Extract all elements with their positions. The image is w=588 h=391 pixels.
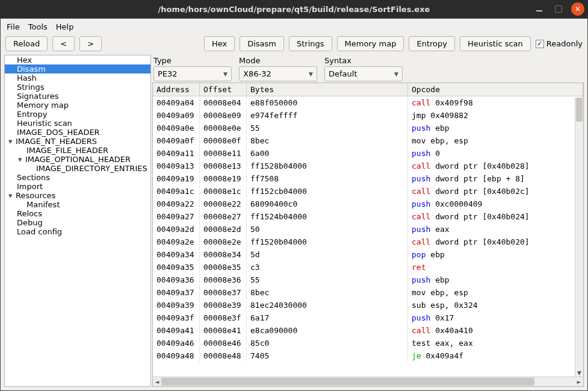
readonly-checkbox-wrap[interactable]: ✓ Readonly	[536, 39, 583, 48]
vertical-scrollbar[interactable]: ▲ ▼	[575, 98, 583, 377]
table-row[interactable]: 00409a4100008e41e8ca090000call 0x40a410	[153, 324, 583, 337]
close-button[interactable]	[571, 2, 584, 16]
sidebar-item[interactable]: Hash	[5, 74, 150, 83]
table-row[interactable]: 00409a3f00008e3f6a17push 0x17	[153, 311, 583, 324]
sidebar-item[interactable]: Disasm	[5, 64, 150, 74]
forward-button[interactable]: >	[79, 36, 102, 51]
operands: ebp, esp	[426, 136, 468, 145]
mode-combo[interactable]: X86-32 ▼	[239, 66, 317, 81]
operands: 0x40a410	[430, 326, 472, 335]
hscroll-thumb[interactable]	[161, 378, 534, 386]
table-row[interactable]: 00409a2200008e2268090400c0push 0xc000040…	[153, 198, 583, 210]
table-row[interactable]: 00409a0e00008e0e55push ebp	[153, 122, 583, 134]
mnemonic: push	[412, 225, 430, 234]
header-bytes[interactable]: Bytes	[247, 83, 408, 96]
operands: dword ptr [0x40b028]	[430, 161, 529, 170]
cell-offset: 00008e19	[200, 172, 247, 185]
menu-file[interactable]: File	[7, 22, 20, 31]
sidebar-item[interactable]: ▾IMAGE_OPTIONAL_HEADER	[5, 155, 150, 164]
sidebar-tree[interactable]: HexDisasmHashStringsSignaturesMemory map…	[4, 55, 151, 387]
table-row[interactable]: 00409a1c00008e1cff152cb04000call dword p…	[153, 185, 583, 198]
titlebar[interactable]: /home/hors/ownCloud/prepare/qt5/build/re…	[0, 0, 588, 18]
horizontal-scrollbar[interactable]: ◄ ►	[153, 377, 583, 386]
sidebar-item-label: Relocs	[17, 209, 42, 218]
heuristic-scan-button[interactable]: Heuristic scan	[460, 36, 531, 51]
sidebar-item[interactable]: ▾IMAGE_NT_HEADERS	[5, 137, 150, 146]
mnemonic: call	[412, 326, 430, 335]
cell-bytes: 7405	[247, 349, 408, 362]
table-row[interactable]: 00409a3500008e35c3ret	[153, 261, 583, 274]
strings-button[interactable]: Strings	[289, 36, 332, 51]
reload-button[interactable]: Reload	[5, 36, 48, 51]
scroll-left-icon[interactable]: ◄	[153, 377, 161, 386]
sidebar-item[interactable]: Heuristic scan	[5, 119, 150, 128]
header-offset[interactable]: Offset	[200, 83, 247, 96]
table-row[interactable]: 00409a0f00008e0f8becmov ebp, esp	[153, 134, 583, 147]
back-button[interactable]: <	[52, 36, 75, 51]
table-row[interactable]: 00409a2d00008e2d50push eax	[153, 223, 583, 236]
readonly-checkbox[interactable]: ✓	[536, 40, 544, 48]
tree-expand-icon[interactable]: ▾	[18, 155, 25, 164]
sidebar-item[interactable]: IMAGE_FILE_HEADER	[5, 146, 150, 155]
sidebar-item[interactable]: IMAGE_DIRECTORY_ENTRIES	[5, 164, 150, 173]
sidebar-item[interactable]: Sections	[5, 173, 150, 182]
table-row[interactable]: 00409a2e00008e2eff1520b04000call dword p…	[153, 236, 583, 248]
cell-offset: 00008e37	[200, 286, 247, 299]
table-row[interactable]: 00409a3700008e378becmov ebp, esp	[153, 286, 583, 299]
sidebar-item[interactable]: Strings	[5, 83, 150, 92]
header-opcode[interactable]: Opcode	[408, 83, 583, 96]
table-row[interactable]: 00409a1300008e13ff1528b04000call dword p…	[153, 160, 583, 172]
table-row[interactable]: 00409a4800008e487405je 0x409a4f	[153, 349, 583, 362]
scroll-down-icon[interactable]: ▼	[575, 369, 583, 377]
sidebar-item[interactable]: ▾Resources	[5, 191, 150, 200]
sidebar-item[interactable]: Memory map	[5, 101, 150, 110]
table-body[interactable]: 00409a0400008e04e88f050000call 0x409f980…	[153, 96, 583, 377]
disasm-button[interactable]: Disasm	[240, 36, 284, 51]
tree-expand-icon[interactable]: ▾	[8, 191, 16, 200]
menu-help[interactable]: Help	[56, 22, 74, 31]
sidebar-item[interactable]: Import	[5, 182, 150, 191]
table-row[interactable]: 00409a3400008e345dpop ebp	[153, 248, 583, 261]
sidebar-item[interactable]: IMAGE_DOS_HEADER	[5, 128, 150, 137]
scroll-right-icon[interactable]: ►	[575, 377, 583, 386]
cell-bytes: ff1520b04000	[247, 236, 408, 248]
cell-offset: 00008e39	[200, 299, 247, 311]
sidebar-item[interactable]: Entropy	[5, 110, 150, 119]
table-row[interactable]: 00409a2700008e27ff1524b04000call dword p…	[153, 210, 583, 223]
cell-offset: 00008e35	[200, 261, 247, 274]
syntax-combo[interactable]: Default ▼	[324, 66, 403, 81]
menu-tools[interactable]: Tools	[28, 22, 48, 31]
operands: dword ptr [ebp + 8]	[430, 174, 525, 183]
sidebar-item[interactable]: Hex	[5, 55, 150, 64]
sidebar-item[interactable]: Signatures	[5, 92, 150, 101]
table-row[interactable]: 00409a4600008e4685c0test eax, eax	[153, 337, 583, 349]
type-combo[interactable]: PE32 ▼	[153, 66, 232, 81]
mnemonic: push	[412, 199, 430, 208]
sidebar-item[interactable]: Load config	[5, 227, 150, 236]
sidebar-item[interactable]: Relocs	[5, 209, 150, 218]
cell-address: 00409a0f	[153, 134, 200, 147]
sidebar-item-label: Debug	[17, 218, 43, 227]
table-row[interactable]: 00409a1900008e19ff7508push dword ptr [eb…	[153, 172, 583, 185]
cell-address: 00409a39	[153, 299, 200, 311]
header-address[interactable]: Address	[153, 83, 200, 96]
table-row[interactable]: 00409a0400008e04e88f050000call 0x409f98	[153, 96, 583, 109]
entropy-button[interactable]: Entropy	[409, 36, 455, 51]
sidebar-item-label: Strings	[17, 83, 45, 92]
sidebar-item-label: Hash	[17, 74, 37, 83]
maximize-button[interactable]	[552, 2, 565, 16]
table-row[interactable]: 00409a1100008e116a00push 0	[153, 147, 583, 160]
cell-address: 00409a13	[153, 160, 200, 172]
memory-map-button[interactable]: Memory map	[337, 36, 404, 51]
sidebar-item[interactable]: Manifest	[5, 200, 150, 209]
minimize-button[interactable]	[533, 2, 546, 16]
table-row[interactable]: 00409a0900008e09e974feffffjmp 0x409882	[153, 109, 583, 122]
tree-expand-icon[interactable]: ▾	[8, 137, 16, 146]
cell-bytes: 55	[247, 274, 408, 286]
scroll-thumb[interactable]	[576, 98, 583, 122]
table-row[interactable]: 00409a3600008e3655push ebp	[153, 274, 583, 286]
sidebar-item[interactable]: Debug	[5, 218, 150, 227]
cell-opcode: je 0x409a4f	[408, 349, 583, 362]
hex-button[interactable]: Hex	[204, 36, 235, 51]
table-row[interactable]: 00409a3900008e3981ec24030000sub esp, 0x3…	[153, 299, 583, 311]
